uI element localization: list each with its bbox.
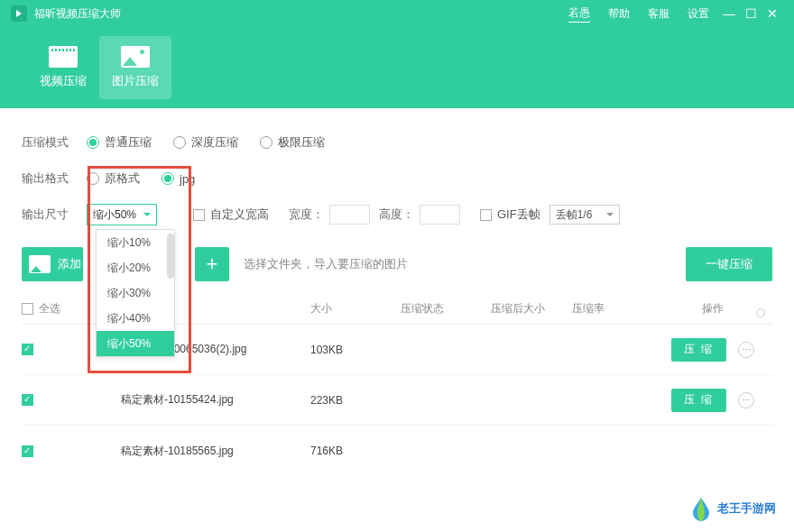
row-output-format: 输出格式 原格式 jpg bbox=[22, 161, 772, 197]
height-input[interactable] bbox=[420, 205, 460, 225]
gif-drop-label: GIF丢帧 bbox=[497, 206, 540, 223]
mode-label: 压缩模式 bbox=[22, 134, 87, 151]
file-size: 716KB bbox=[310, 445, 401, 457]
tab-image-label: 图片压缩 bbox=[112, 73, 159, 89]
row-output-size: 输出尺寸 缩小50% 自定义宽高 宽度： 高度： GIF丢帧 丢帧1/6 bbox=[22, 197, 772, 233]
dropdown-option[interactable]: 缩小20% bbox=[97, 255, 174, 280]
add-file-button[interactable]: 添加 bbox=[22, 247, 83, 281]
col-size: 大小 bbox=[310, 301, 401, 316]
row-checkbox[interactable] bbox=[22, 394, 33, 406]
frame-drop-value: 丢帧1/6 bbox=[556, 207, 593, 223]
custom-wh-label: 自定义宽高 bbox=[210, 206, 269, 223]
radio-extreme-compress[interactable]: 极限压缩 bbox=[260, 134, 325, 151]
width-input[interactable] bbox=[329, 205, 370, 225]
add-folder-button[interactable]: + bbox=[195, 247, 229, 281]
select-all-label: 全选 bbox=[39, 301, 60, 316]
radio-jpg-format[interactable]: jpg bbox=[162, 172, 195, 186]
minimize-button[interactable]: — bbox=[718, 6, 740, 21]
radio-original-format[interactable]: 原格式 bbox=[87, 170, 140, 187]
frame-drop-select[interactable]: 丢帧1/6 bbox=[549, 205, 620, 225]
table-row: 稿定素材-10155424.jpg 223KB 压 缩 ⋯ bbox=[22, 375, 772, 426]
col-status: 压缩状态 bbox=[401, 301, 491, 316]
dropdown-option[interactable]: 缩小40% bbox=[97, 306, 174, 331]
nav-link-support[interactable]: 客服 bbox=[648, 6, 669, 22]
checkbox-custom-wh[interactable] bbox=[193, 209, 205, 221]
row-checkbox[interactable] bbox=[22, 445, 33, 457]
file-name: 稿定素材-10155424.jpg bbox=[121, 392, 310, 408]
radio-normal-compress[interactable]: 普通压缩 bbox=[87, 134, 152, 151]
size-select[interactable]: 缩小50% bbox=[87, 204, 157, 225]
compress-button[interactable]: 压 缩 bbox=[671, 389, 726, 412]
checkbox-gif-drop[interactable] bbox=[480, 209, 492, 221]
more-button[interactable]: ⋯ bbox=[738, 392, 754, 408]
dropdown-scrollbar[interactable] bbox=[167, 234, 174, 279]
tab-video-label: 视频压缩 bbox=[40, 73, 87, 89]
drop-icon bbox=[690, 496, 712, 521]
watermark-text: 老王手游网 bbox=[717, 500, 776, 517]
chevron-down-icon bbox=[606, 213, 614, 216]
image-icon bbox=[121, 46, 150, 68]
main-tabs: 视频压缩 图片压缩 bbox=[0, 27, 794, 108]
dropdown-option[interactable]: 缩小50% bbox=[97, 331, 174, 356]
image-icon bbox=[29, 255, 51, 273]
compress-all-button[interactable]: 一键压缩 bbox=[686, 247, 772, 281]
folder-hint: 选择文件夹，导入要压缩的图片 bbox=[244, 256, 408, 272]
height-label: 高度： bbox=[379, 206, 414, 223]
col-after: 压缩后大小 bbox=[491, 301, 572, 316]
dropdown-option[interactable]: 缩小30% bbox=[97, 280, 174, 306]
close-button[interactable]: ✕ bbox=[762, 6, 783, 21]
size-dropdown[interactable]: 缩小10% 缩小20% 缩小30% 缩小40% 缩小50% bbox=[96, 229, 175, 357]
nav-link-ruoyu[interactable]: 若愚 bbox=[568, 5, 590, 23]
col-op: 操作 bbox=[653, 301, 772, 316]
dropdown-option[interactable]: 缩小10% bbox=[97, 230, 174, 255]
nav-link-settings[interactable]: 设置 bbox=[688, 6, 709, 22]
col-rate: 压缩率 bbox=[572, 301, 653, 316]
app-title: 福昕视频压缩大师 bbox=[34, 6, 121, 22]
row-checkbox[interactable] bbox=[22, 344, 33, 355]
format-label: 输出格式 bbox=[22, 170, 87, 187]
app-logo-icon bbox=[11, 5, 27, 22]
tab-video-compress[interactable]: 视频压缩 bbox=[27, 36, 99, 99]
compress-button[interactable]: 压 缩 bbox=[671, 338, 726, 362]
maximize-button[interactable]: ☐ bbox=[740, 6, 762, 21]
row-compress-mode: 压缩模式 普通压缩 深度压缩 极限压缩 bbox=[22, 124, 772, 161]
nav-link-help[interactable]: 帮助 bbox=[608, 6, 630, 22]
select-all-checkbox[interactable] bbox=[22, 303, 33, 315]
watermark: 老王手游网 bbox=[690, 496, 776, 521]
chevron-down-icon bbox=[143, 213, 151, 216]
radio-deep-compress[interactable]: 深度压缩 bbox=[173, 134, 238, 151]
table-row: 稿定素材-10185565.jpg 716KB bbox=[22, 426, 772, 476]
row-indicator-icon bbox=[756, 308, 765, 317]
file-name: 稿定素材-10185565.jpg bbox=[121, 444, 310, 459]
file-size: 103KB bbox=[310, 344, 401, 356]
titlebar: 福昕视频压缩大师 若愚 帮助 客服 设置 — ☐ ✕ bbox=[0, 0, 794, 27]
size-label: 输出尺寸 bbox=[22, 206, 87, 223]
width-label: 宽度： bbox=[289, 206, 324, 223]
add-file-label: 添加 bbox=[58, 256, 81, 272]
size-select-value: 缩小50% bbox=[93, 207, 136, 223]
file-size: 223KB bbox=[310, 394, 401, 407]
more-button[interactable]: ⋯ bbox=[738, 342, 754, 358]
video-icon bbox=[49, 46, 78, 68]
tab-image-compress[interactable]: 图片压缩 bbox=[99, 36, 171, 99]
